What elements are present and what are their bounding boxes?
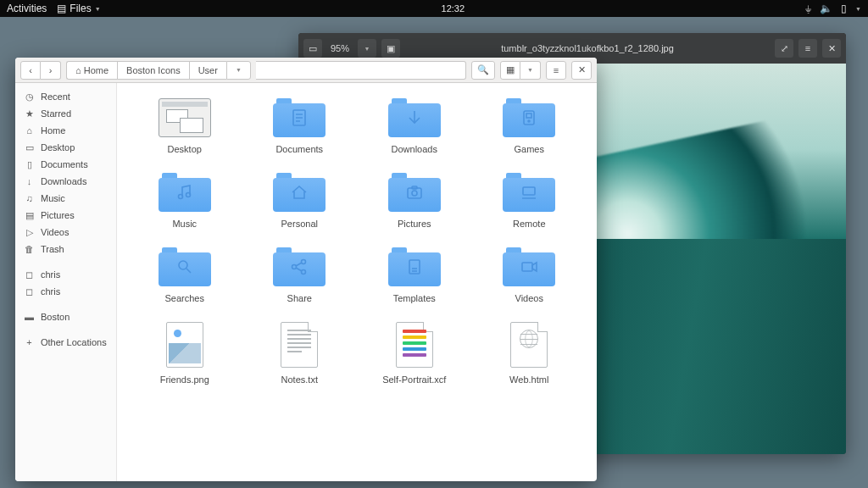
zoom-out-button[interactable]: ▭ xyxy=(303,39,322,58)
sidebar-drive-chris[interactable]: ◻chris xyxy=(15,283,116,300)
folder-icon xyxy=(273,98,326,137)
path-dropdown[interactable]: ▼ xyxy=(226,61,251,80)
folder-downloads[interactable]: Downloads xyxy=(357,98,472,154)
folder-icon xyxy=(159,173,211,212)
svg-rect-6 xyxy=(526,114,531,118)
svg-line-21 xyxy=(296,268,302,271)
item-label: Self-Portrait.xcf xyxy=(382,374,446,385)
path-bar[interactable]: ⌂ Home Boston Icons User ▼ xyxy=(66,61,251,80)
file-self-portrait-xcf[interactable]: Self-Portrait.xcf xyxy=(357,322,472,385)
drive-icon: ◻ xyxy=(24,286,35,297)
path-empty[interactable] xyxy=(256,61,466,80)
search-button[interactable]: 🔍 xyxy=(471,61,495,80)
path-seg-1[interactable]: Boston Icons xyxy=(117,61,189,80)
clock-icon: ◷ xyxy=(24,92,35,103)
folder-documents[interactable]: Documents xyxy=(242,98,358,154)
forward-button[interactable]: › xyxy=(41,61,61,80)
activities-button[interactable]: Activities xyxy=(7,3,47,14)
close-button[interactable]: ✕ xyxy=(571,61,592,80)
sidebar-downloads[interactable]: ↓Downloads xyxy=(15,173,116,190)
sidebar-music[interactable]: ♫Music xyxy=(15,190,116,207)
pictures-icon: ▤ xyxy=(24,210,35,221)
clock[interactable]: 12:32 xyxy=(101,3,805,14)
folder-icon xyxy=(273,247,326,286)
folder-music[interactable]: Music xyxy=(127,173,242,229)
item-label: Pictures xyxy=(398,219,431,229)
folder-remote[interactable]: Remote xyxy=(472,173,587,229)
folder-desktop[interactable]: Desktop xyxy=(127,98,242,154)
path-home-label: Home xyxy=(84,65,108,75)
file-friends-png[interactable]: Friends.png xyxy=(127,322,242,385)
item-label: Remote xyxy=(513,219,546,229)
gnome-topbar: Activities ▤ Files ▼ 12:32 ⏚ 🔈 ▯ ▼ xyxy=(0,0,868,17)
sidebar-starred[interactable]: ★Starred xyxy=(15,105,116,122)
app-menu[interactable]: ▤ Files ▼ xyxy=(57,3,100,14)
trash-icon: 🗑 xyxy=(24,244,35,255)
svg-line-20 xyxy=(296,263,302,266)
videos-icon: ▷ xyxy=(24,227,35,238)
list-view-button[interactable]: ≡ xyxy=(546,61,566,80)
zoom-dropdown[interactable]: ▼ xyxy=(358,39,376,58)
zoom-level[interactable]: 95% xyxy=(327,43,353,53)
folder-videos[interactable]: Videos xyxy=(472,247,587,303)
path-seg-2[interactable]: User xyxy=(189,61,226,80)
item-label: Documents xyxy=(275,144,323,154)
folder-templates[interactable]: Templates xyxy=(357,247,472,303)
files-window: ‹ › ⌂ Home Boston Icons User ▼ 🔍 ▦ ▼ ≡ ✕… xyxy=(15,58,597,481)
item-label: Games xyxy=(515,144,544,154)
svg-rect-13 xyxy=(523,187,535,195)
folder-icon xyxy=(273,173,326,212)
back-button[interactable]: ‹ xyxy=(20,61,41,80)
menu-button[interactable]: ≡ xyxy=(798,39,817,58)
item-label: Personal xyxy=(281,219,318,229)
home-icon: ⌂ xyxy=(24,125,35,136)
view-options-button[interactable]: ▼ xyxy=(520,61,541,80)
folder-games[interactable]: Games xyxy=(472,98,587,154)
sidebar-item-label: Other Locations xyxy=(41,337,107,347)
chevron-down-icon[interactable]: ▼ xyxy=(855,6,861,12)
folder-share[interactable]: Share xyxy=(242,247,358,303)
network-icon[interactable]: ⏚ xyxy=(805,3,811,14)
folder-searches[interactable]: Searches xyxy=(127,247,242,303)
sidebar-bookmark-boston[interactable]: ▬Boston xyxy=(15,308,116,325)
folder-pictures[interactable]: Pictures xyxy=(357,173,472,229)
folder-icon xyxy=(388,173,441,212)
svg-point-9 xyxy=(186,193,190,197)
sidebar-home[interactable]: ⌂Home xyxy=(15,122,116,139)
sidebar-drive-chris[interactable]: ◻chris xyxy=(15,266,116,283)
item-label: Videos xyxy=(515,293,543,303)
path-home[interactable]: ⌂ Home xyxy=(66,61,117,80)
zoom-in-button[interactable]: ▣ xyxy=(381,39,400,58)
sidebar-recent[interactable]: ◷Recent xyxy=(15,88,116,105)
icon-view-button[interactable]: ▦ xyxy=(500,61,520,80)
sidebar-pictures[interactable]: ▤Pictures xyxy=(15,207,116,224)
fullscreen-button[interactable]: ⤢ xyxy=(775,39,793,58)
sidebar-other-locations[interactable]: +Other Locations xyxy=(15,334,116,351)
close-button[interactable]: ✕ xyxy=(822,39,841,58)
desktop-icon: ▭ xyxy=(24,142,35,153)
file-web-html[interactable]: Web.html xyxy=(472,322,587,385)
chevron-down-icon: ▼ xyxy=(236,67,242,73)
sidebar-item-label: Music xyxy=(41,193,65,203)
downloads-icon: ↓ xyxy=(24,176,35,187)
item-label: Notes.txt xyxy=(281,374,318,385)
folder-icon xyxy=(503,247,555,286)
html-file-icon xyxy=(510,322,548,368)
sidebar-documents[interactable]: ▯Documents xyxy=(15,156,116,173)
folder-personal[interactable]: Personal xyxy=(242,173,358,229)
volume-icon[interactable]: 🔈 xyxy=(820,3,832,14)
battery-icon[interactable]: ▯ xyxy=(841,3,847,14)
sidebar-desktop[interactable]: ▭Desktop xyxy=(15,139,116,156)
image-file-icon xyxy=(166,322,203,368)
sidebar-item-label: Recent xyxy=(41,92,70,102)
music-icon: ♫ xyxy=(24,193,35,204)
file-notes-txt[interactable]: Notes.txt xyxy=(242,322,358,385)
star-icon: ★ xyxy=(24,108,35,119)
sidebar-videos[interactable]: ▷Videos xyxy=(15,224,116,241)
icon-view[interactable]: Desktop Documents Downloads Games M xyxy=(117,83,597,481)
app-menu-label: Files xyxy=(70,3,91,14)
item-label: Friends.png xyxy=(160,374,209,385)
xcf-file-icon xyxy=(396,322,433,368)
home-icon: ⌂ xyxy=(75,65,81,75)
sidebar-trash[interactable]: 🗑Trash xyxy=(15,241,116,258)
